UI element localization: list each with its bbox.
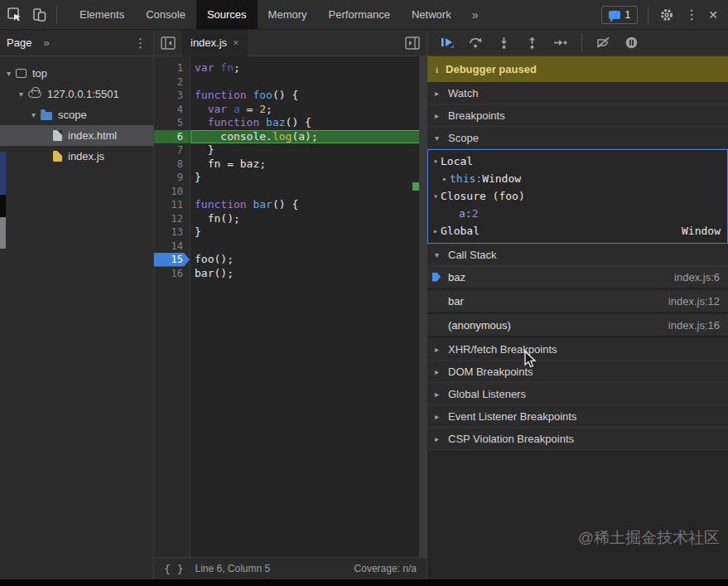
line-number[interactable]: 13: [154, 225, 190, 240]
execution-line-marker: [412, 182, 419, 191]
call-stack-frame-baz[interactable]: bazindex.js:6: [427, 266, 728, 288]
resume-script-icon[interactable]: [441, 36, 455, 49]
hide-navigator-icon[interactable]: [161, 36, 176, 50]
section-xhr-fetch-breakpoints[interactable]: ▸XHR/fetch Breakpoints: [427, 338, 728, 361]
frame-location: index.js:6: [674, 271, 720, 283]
step-out-icon[interactable]: [525, 36, 539, 49]
line-number[interactable]: 11: [154, 198, 190, 212]
call-stack-frame--anonymous-[interactable]: (anonymous)index.js:16: [427, 314, 728, 336]
call-stack-frame-bar[interactable]: barindex.js:12: [427, 290, 728, 312]
devtools-window: ElementsConsoleSourcesMemoryPerformanceN…: [0, 0, 728, 586]
main-area: Page » ⋮ ▾top▾127.0.0.1:5501▾scopeindex.…: [0, 30, 728, 579]
line-number[interactable]: 9: [154, 171, 190, 185]
watermark-text: @稀土掘金技术社区: [578, 527, 720, 549]
line-number[interactable]: 12: [154, 212, 190, 226]
kebab-menu-icon[interactable]: ⋮: [685, 8, 698, 22]
editor-tab-indexjs[interactable]: index.js ×: [182, 30, 248, 56]
scope-row-local[interactable]: ▾Local: [428, 153, 727, 170]
line-number[interactable]: 7: [154, 143, 190, 157]
tree-item-scope[interactable]: ▾scope: [0, 104, 153, 125]
section-call-stack[interactable]: ▾ Call Stack: [427, 244, 728, 266]
scope-row-a[interactable]: a: 2: [428, 205, 727, 222]
page-edge-blue: [0, 152, 6, 195]
close-devtools-icon[interactable]: ✕: [708, 9, 718, 21]
section-label: Call Stack: [448, 249, 497, 261]
navigator-kebab-icon[interactable]: ⋮: [134, 36, 147, 51]
tab-network[interactable]: Network: [401, 0, 462, 29]
editor-tab-strip: index.js ×: [154, 30, 427, 56]
devtools-toolbar: ElementsConsoleSourcesMemoryPerformanceN…: [0, 0, 728, 30]
tab-performance[interactable]: Performance: [318, 0, 401, 29]
info-icon: i: [436, 65, 438, 75]
chevron-down-icon: ▾: [3, 69, 14, 78]
tree-item-127-0-0-1-5501[interactable]: ▾127.0.0.1:5501: [0, 84, 153, 104]
scope-right-value: Window: [682, 225, 727, 237]
tab-page[interactable]: Page: [7, 36, 31, 49]
section-dom-breakpoints[interactable]: ▸DOM Breakpoints: [427, 361, 728, 383]
scope-separator: :: [475, 172, 482, 185]
section-watch[interactable]: ▸Watch: [427, 82, 728, 104]
line-number[interactable]: 10: [154, 185, 190, 199]
current-frame-icon: [432, 273, 441, 282]
code-line: function baz() {: [190, 116, 427, 130]
tab-elements[interactable]: Elements: [69, 0, 135, 29]
line-number[interactable]: 1: [154, 61, 190, 75]
toolbar-divider: [648, 6, 648, 24]
line-number[interactable]: 5: [154, 116, 190, 130]
frame-icon: [16, 69, 27, 78]
tree-item-top[interactable]: ▾top: [0, 63, 153, 84]
tab-console[interactable]: Console: [135, 0, 196, 29]
line-number[interactable]: 2: [154, 75, 190, 90]
code-line: var a = 2;: [190, 103, 427, 117]
tab-memory[interactable]: Memory: [258, 0, 318, 29]
tree-item-index-html[interactable]: index.html: [0, 125, 153, 146]
line-number[interactable]: 15: [154, 253, 190, 267]
scope-chevron-icon: ▸: [433, 226, 441, 235]
section-event-listener-breakpoints[interactable]: ▸Event Listener Breakpoints: [427, 405, 728, 428]
issues-button[interactable]: 1: [601, 6, 639, 24]
line-number[interactable]: 8: [154, 157, 190, 172]
more-tabs-button[interactable]: »: [462, 0, 489, 29]
line-number[interactable]: 16: [154, 267, 190, 281]
code-line: foo();: [190, 253, 427, 267]
inspect-element-icon[interactable]: [7, 7, 23, 23]
line-number[interactable]: 14: [154, 240, 190, 254]
tree-item-index-js[interactable]: index.js: [0, 146, 153, 167]
frame-location: index.js:12: [668, 295, 720, 308]
chevron-right-icon: ▸: [435, 345, 442, 354]
line-number[interactable]: 4: [154, 103, 190, 117]
code-line: }: [190, 225, 427, 240]
chevron-down-icon: ▾: [16, 90, 27, 99]
section-global-listeners[interactable]: ▸Global Listeners: [427, 383, 728, 405]
section-label: Breakpoints: [448, 109, 505, 122]
line-number[interactable]: 6: [154, 130, 190, 144]
settings-gear-icon[interactable]: [658, 7, 675, 23]
section-csp-violation-breakpoints[interactable]: ▸CSP Violation Breakpoints: [427, 428, 728, 450]
page-edge-dark: [0, 195, 6, 217]
show-debugger-panel-icon[interactable]: [405, 36, 420, 50]
step-into-icon[interactable]: [497, 36, 511, 49]
editor-scrollbar[interactable]: [419, 56, 427, 557]
more-navigator-tabs-icon[interactable]: »: [43, 36, 49, 49]
scope-row-closure-foo-[interactable]: ▾Closure (foo): [428, 187, 727, 205]
scope-row-this[interactable]: ▸this: Window: [428, 170, 727, 187]
line-number[interactable]: 3: [154, 89, 190, 103]
code-lines[interactable]: var fn; function foo() { var a = 2; func…: [190, 56, 427, 557]
frame-name: (anonymous): [448, 319, 511, 332]
pretty-print-icon[interactable]: { }: [164, 563, 183, 575]
source-editor: index.js × 12345678910111213141516 var f…: [154, 30, 427, 579]
cloud-icon: [28, 90, 41, 98]
section-breakpoints[interactable]: ▸Breakpoints: [427, 104, 728, 127]
pause-on-exceptions-icon[interactable]: [624, 36, 639, 49]
section-scope[interactable]: ▾ Scope: [427, 127, 728, 149]
tab-sources[interactable]: Sources: [196, 0, 258, 29]
scope-row-global[interactable]: ▸GlobalWindow: [428, 222, 727, 240]
scope-box: ▾Local▸this: Window▾Closure (foo)a: 2▸Gl…: [427, 149, 728, 244]
step-over-icon[interactable]: [469, 36, 483, 49]
deactivate-breakpoints-icon[interactable]: [596, 36, 610, 49]
scope-name: this: [450, 172, 475, 185]
code-line: bar();: [190, 267, 427, 281]
device-toolbar-icon[interactable]: [31, 7, 48, 23]
step-icon[interactable]: [553, 36, 567, 49]
close-tab-icon[interactable]: ×: [233, 36, 239, 49]
